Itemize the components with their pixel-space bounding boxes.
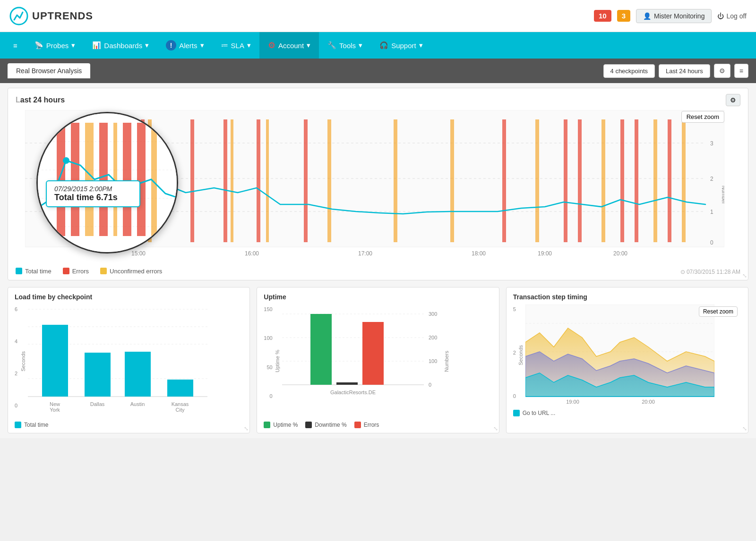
svg-rect-7 <box>71 123 79 236</box>
uptime-legend-uptime: Uptime % <box>264 422 298 428</box>
svg-text:City: City <box>176 407 185 413</box>
load-resize-handle[interactable]: ⤡ <box>244 425 249 432</box>
uptime-y-right-label: Numbers <box>444 351 449 372</box>
load-y-4: 4 <box>15 338 17 344</box>
nav-item-support[interactable]: 🎧 Support ▾ <box>371 32 431 59</box>
uptime-legend-downtime-label: Downtime % <box>315 422 346 428</box>
dashboards-icon: 📊 <box>92 41 101 50</box>
svg-text:16:00: 16:00 <box>245 250 259 257</box>
svg-text:New: New <box>50 401 60 407</box>
settings-button[interactable]: ⚙ <box>714 64 730 78</box>
dashboards-label: Dashboards <box>104 42 142 50</box>
nav-item-alerts[interactable]: ! Alerts ▾ <box>157 32 212 59</box>
uptime-legend-downtime-color <box>305 422 312 428</box>
svg-rect-56 <box>42 325 68 397</box>
user-button[interactable]: 👤 Mister Monitoring <box>636 9 712 23</box>
svg-rect-37 <box>304 119 308 242</box>
load-y-2: 2 <box>15 371 17 376</box>
svg-rect-33 <box>223 119 227 242</box>
svg-rect-42 <box>535 119 539 242</box>
uptime-y-label: Uptime % <box>275 350 280 372</box>
uptime-legend-uptime-color <box>264 422 270 428</box>
svg-rect-39 <box>394 119 397 242</box>
account-arrow: ▾ <box>307 41 310 50</box>
uptime-y-axis-left: 150 100 50 0 <box>264 304 274 399</box>
legend-errors-label: Errors <box>72 268 89 275</box>
panel-load-chart-area: 6 4 2 0 Seconds <box>15 304 243 418</box>
checkpoints-button[interactable]: 4 checkpoints <box>603 64 655 78</box>
logoff-label: Log off <box>726 12 747 20</box>
svg-rect-40 <box>450 119 454 242</box>
menu-button[interactable]: ≡ <box>734 64 748 78</box>
nav-item-account[interactable]: ⚙ Account ▾ <box>259 32 319 59</box>
transaction-legend-color <box>513 410 520 416</box>
transaction-y-0: 0 <box>513 393 516 399</box>
svg-rect-8 <box>85 123 94 236</box>
time-range-button[interactable]: Last 24 hours <box>659 64 710 78</box>
transaction-resize-handle[interactable]: ⤡ <box>742 425 747 432</box>
svg-text:Kansas: Kansas <box>172 401 189 407</box>
panel-uptime-chart-area: 150 100 50 0 Uptime % <box>264 304 492 418</box>
tooltip-value: Total time 6.71s <box>54 193 132 203</box>
chart-title-prefix: L <box>16 96 20 104</box>
alerts-arrow: ▾ <box>200 41 204 50</box>
svg-text:0: 0 <box>429 382 431 388</box>
legend-total-time-color <box>16 268 22 274</box>
transaction-y-axis: 5 2 0 <box>513 304 518 399</box>
account-label: Account <box>278 42 304 50</box>
alert-badge-red[interactable]: 10 <box>594 10 611 22</box>
legend-unconfirmed-label: Unconfirmed errors <box>110 268 162 275</box>
nav-item-dashboards[interactable]: 📊 Dashboards ▾ <box>84 32 157 59</box>
load-y-6: 6 <box>15 306 17 312</box>
chart-tooltip: 07/29/2015 2:00PM Total time 6.71s <box>46 180 140 207</box>
toolbar: Real Browser Analysis 4 checkpoints Last… <box>0 59 756 83</box>
svg-text:100: 100 <box>429 358 437 364</box>
transaction-legend-goto-url: Go to URL ... <box>513 410 556 416</box>
transaction-reset-zoom-button[interactable]: Reset zoom <box>699 306 738 317</box>
uptime-resize-handle[interactable]: ⤡ <box>493 425 498 432</box>
svg-rect-36 <box>266 119 269 242</box>
legend-total-time-label: Total time <box>25 268 52 275</box>
panel-load-legend: Total time <box>15 422 243 428</box>
resize-handle[interactable]: ⤡ <box>742 272 747 279</box>
chart-panel-header: Last 24 hours ⚙ <box>16 94 740 106</box>
nav-item-probes[interactable]: 📡 Probes ▾ <box>26 32 84 59</box>
svg-rect-6 <box>57 123 65 236</box>
svg-rect-61 <box>125 352 151 397</box>
dashboards-arrow: ▾ <box>145 41 149 50</box>
legend-errors: Errors <box>63 268 89 275</box>
alerts-icon: ! <box>166 40 176 51</box>
svg-text:Dallas: Dallas <box>90 401 105 407</box>
svg-rect-11 <box>123 123 131 236</box>
toolbar-right: 4 checkpoints Last 24 hours ⚙ ≡ <box>603 64 748 78</box>
user-name-label: Mister Monitoring <box>654 12 704 20</box>
main-content: Last 24 hours ⚙ <box>0 83 756 438</box>
sla-label: SLA <box>231 42 244 50</box>
legend-errors-color <box>63 268 69 274</box>
chart-title: Last 24 hours <box>16 96 65 104</box>
svg-rect-9 <box>99 123 108 236</box>
reset-zoom-button[interactable]: Reset zoom <box>681 111 724 123</box>
svg-rect-35 <box>257 119 260 242</box>
nav-item-tools[interactable]: 🔧 Tools ▾ <box>319 32 371 59</box>
tools-arrow: ▾ <box>359 41 362 50</box>
nav-item-sla[interactable]: ≔ SLA ▾ <box>213 32 259 59</box>
panel-transaction-svg: 19:00 20:00 <box>525 304 714 406</box>
uptime-y-100: 100 <box>264 335 272 341</box>
probes-icon: 📡 <box>34 41 43 50</box>
power-icon: ⏻ <box>717 12 724 20</box>
probes-arrow: ▾ <box>71 41 75 50</box>
logoff-button[interactable]: ⏻ Log off <box>717 12 747 20</box>
svg-rect-71 <box>336 382 358 385</box>
tab-real-browser-analysis[interactable]: Real Browser Analysis <box>8 63 90 78</box>
hamburger-icon: ≡ <box>13 42 17 50</box>
nav-item-menu[interactable]: ≡ <box>5 32 26 59</box>
svg-text:Austin: Austin <box>130 401 145 407</box>
user-icon: 👤 <box>643 12 651 20</box>
uptime-legend-errors-color <box>354 422 361 428</box>
legend-unconfirmed: Unconfirmed errors <box>100 268 162 275</box>
alert-badge-yellow[interactable]: 3 <box>617 10 630 22</box>
chart-settings-button[interactable]: ⚙ <box>726 94 740 106</box>
panel-load-time: Load time by checkpoint 6 4 2 0 Seconds <box>8 287 250 433</box>
panel-uptime-legend: Uptime % Downtime % Errors <box>264 422 492 428</box>
